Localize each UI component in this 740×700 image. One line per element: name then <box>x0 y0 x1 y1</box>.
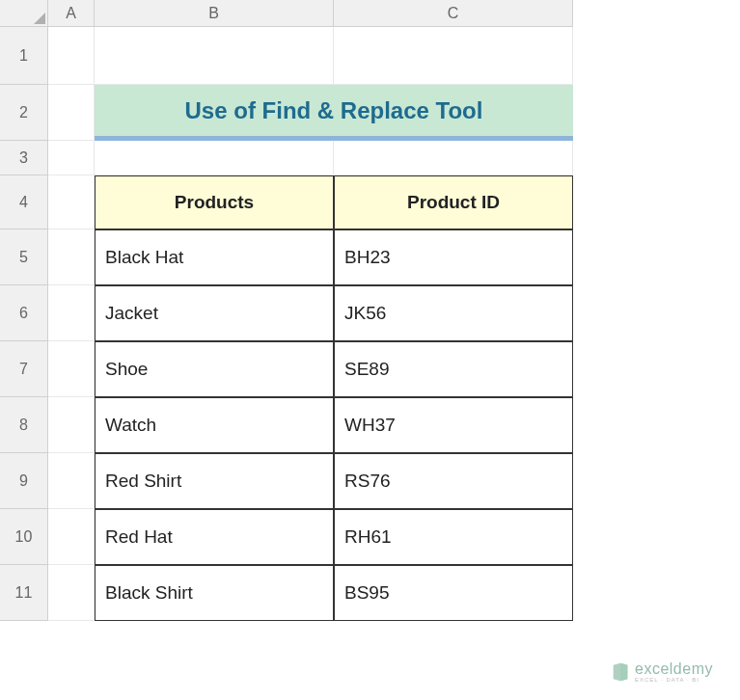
cell-a10[interactable] <box>48 509 95 565</box>
table-row[interactable]: BS95 <box>334 565 573 621</box>
watermark: exceldemy EXCEL · DATA · BI <box>610 661 713 683</box>
row-header-4[interactable]: 4 <box>0 175 48 229</box>
cell-b3[interactable] <box>95 141 334 175</box>
watermark-text: exceldemy EXCEL · DATA · BI <box>635 661 713 683</box>
table-row[interactable]: Black Hat <box>95 229 334 285</box>
row-header-1[interactable]: 1 <box>0 27 48 85</box>
title-cell[interactable]: Use of Find & Replace Tool <box>95 85 573 141</box>
table-row[interactable]: Black Shirt <box>95 565 334 621</box>
table-row[interactable]: Watch <box>95 397 334 453</box>
col-header-b[interactable]: B <box>95 0 334 27</box>
row-header-3[interactable]: 3 <box>0 141 48 175</box>
row-header-10[interactable]: 10 <box>0 509 48 565</box>
spreadsheet-grid: A B C 1 2 Use of Find & Replace Tool 3 4… <box>0 0 740 621</box>
cell-a2[interactable] <box>48 85 95 141</box>
cell-b1[interactable] <box>95 27 334 85</box>
table-row[interactable]: RH61 <box>334 509 573 565</box>
cell-a7[interactable] <box>48 341 95 397</box>
col-header-a[interactable]: A <box>48 0 95 27</box>
table-row[interactable]: Red Shirt <box>95 453 334 509</box>
watermark-brand: exceldemy <box>635 661 713 677</box>
table-row[interactable]: JK56 <box>334 285 573 341</box>
cell-a8[interactable] <box>48 397 95 453</box>
table-header-productid[interactable]: Product ID <box>334 175 573 229</box>
cell-a9[interactable] <box>48 453 95 509</box>
watermark-logo-icon <box>610 661 631 683</box>
cell-c3[interactable] <box>334 141 573 175</box>
table-row[interactable]: WH37 <box>334 397 573 453</box>
table-header-products[interactable]: Products <box>95 175 334 229</box>
cell-a5[interactable] <box>48 229 95 285</box>
watermark-tagline: EXCEL · DATA · BI <box>635 677 713 683</box>
table-row[interactable]: SE89 <box>334 341 573 397</box>
row-header-11[interactable]: 11 <box>0 565 48 621</box>
cell-a6[interactable] <box>48 285 95 341</box>
table-row[interactable]: Red Hat <box>95 509 334 565</box>
table-row[interactable]: RS76 <box>334 453 573 509</box>
cell-c1[interactable] <box>334 27 573 85</box>
row-header-9[interactable]: 9 <box>0 453 48 509</box>
table-row[interactable]: Jacket <box>95 285 334 341</box>
cell-a3[interactable] <box>48 141 95 175</box>
row-header-7[interactable]: 7 <box>0 341 48 397</box>
col-header-c[interactable]: C <box>334 0 573 27</box>
row-header-6[interactable]: 6 <box>0 285 48 341</box>
cell-a11[interactable] <box>48 565 95 621</box>
row-header-8[interactable]: 8 <box>0 397 48 453</box>
select-all-corner[interactable] <box>0 0 48 27</box>
cell-a4[interactable] <box>48 175 95 229</box>
row-header-2[interactable]: 2 <box>0 85 48 141</box>
table-row[interactable]: BH23 <box>334 229 573 285</box>
table-row[interactable]: Shoe <box>95 341 334 397</box>
row-header-5[interactable]: 5 <box>0 229 48 285</box>
cell-a1[interactable] <box>48 27 95 85</box>
